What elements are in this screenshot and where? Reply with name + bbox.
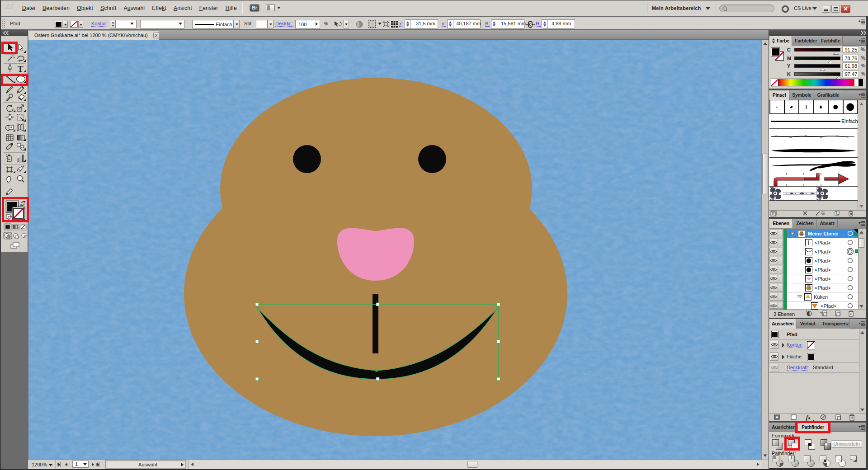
svg-text:T: T — [18, 64, 24, 74]
svg-text:fx: fx — [806, 414, 811, 421]
